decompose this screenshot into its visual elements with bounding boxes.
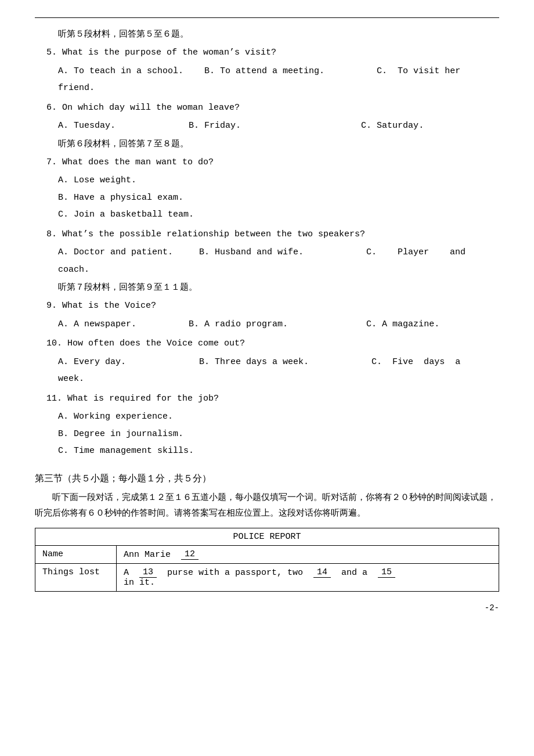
q9-option-a: A. A newspaper.	[58, 317, 189, 332]
q8-option-a: A. Doctor and patient.	[58, 245, 199, 260]
q5-option-c: C. To visit her	[377, 64, 499, 79]
q8-options: A. Doctor and patient. B. Husband and wi…	[58, 245, 499, 260]
q11-options: A. Working experience. B. Degree in jour…	[58, 409, 499, 459]
q5-text: 5. What is the purpose of the woman’s vi…	[46, 45, 499, 60]
q8-text: 8. What’s the possible relationship betw…	[46, 227, 499, 242]
q7-option-a: A. Lose weight.	[58, 173, 499, 188]
question-11: 11. What is required for the job? A. Wor…	[35, 391, 499, 459]
q5-option-b: B. To attend a meeting.	[204, 64, 377, 79]
q6-option-b: B. Friday.	[189, 118, 361, 134]
q10-options: A. Every day. B. Three days a week. C. F…	[58, 355, 499, 370]
page-number: -2-	[35, 603, 499, 613]
question-9: 9. What is the Voice? A. A newspaper. B.…	[35, 298, 499, 332]
q5-option-a: A. To teach in a school.	[58, 64, 204, 79]
blank-13: 13	[139, 567, 157, 578]
table-cell-things-value: A 13 purse with a passport, two 14 and a…	[117, 563, 499, 591]
q9-options: A. A newspaper. B. A radio program. C. A…	[58, 317, 499, 332]
blank-14: 14	[313, 567, 331, 578]
question-10: 10. How often does the Voice come out? A…	[35, 336, 499, 387]
q6-text: 6. On which day will the woman leave?	[46, 100, 499, 116]
q11-option-c: C. Time management skills.	[58, 444, 499, 459]
table-title: POLICE REPORT	[35, 528, 499, 545]
q9-option-b: B. A radio program.	[189, 317, 366, 332]
question-8: 8. What’s the possible relationship betw…	[35, 227, 499, 278]
q10-text: 10. How often does the Voice come out?	[46, 336, 499, 351]
part3-description: 听下面一段对话，完成第１２至１６五道小题，每小题仅填写一个词。听对话前，你将有２…	[35, 489, 499, 521]
blank-12: 12	[181, 549, 199, 560]
q7-option-c: C. Join a basketball team.	[58, 207, 499, 222]
q11-option-b: B. Degree in journalism.	[58, 427, 499, 442]
table-row-name: Name Ann Marie 12	[35, 545, 499, 563]
q10-option-a: A. Every day.	[58, 355, 199, 370]
q9-option-c: C. A magazine.	[366, 317, 499, 332]
q11-option-a: A. Working experience.	[58, 409, 499, 424]
question-5: 5. What is the purpose of the woman’s vi…	[35, 45, 499, 96]
part3-header: 第三节（共５小题；每小题１分，共５分）	[35, 473, 499, 485]
question-6: 6. On which day will the woman leave? A.…	[35, 100, 499, 134]
q9-text: 9. What is the Voice?	[46, 298, 499, 314]
question-7: 7. What does the man want to do? A. Lose…	[35, 155, 499, 222]
q8-overflow: coach.	[58, 262, 499, 278]
q11-text: 11. What is required for the job?	[46, 391, 499, 406]
section-5-6-instruction: 听第５段材料，回答第５至６题。	[58, 28, 499, 39]
q10-option-c: C. Five days a	[371, 355, 499, 370]
section-7-8-instruction: 听第６段材料，回答第７至８题。	[58, 138, 499, 149]
police-report-table: POLICE REPORT Name Ann Marie 12 Things l…	[35, 528, 499, 592]
q5-options: A. To teach in a school. B. To attend a …	[58, 64, 499, 79]
table-row-things-lost: Things lost A 13 purse with a passport, …	[35, 563, 499, 591]
q10-overflow: week.	[58, 372, 499, 387]
q6-option-a: A. Tuesday.	[58, 118, 189, 134]
q8-option-b: B. Husband and wife.	[199, 245, 366, 260]
q10-option-b: B. Three days a week.	[199, 355, 371, 370]
q5-overflow: friend.	[58, 81, 499, 96]
q7-text: 7. What does the man want to do?	[46, 155, 499, 170]
table-cell-name-label: Name	[35, 545, 117, 563]
q6-option-c: C. Saturday.	[361, 118, 499, 134]
blank-15: 15	[378, 567, 395, 578]
table-cell-things-label: Things lost	[35, 563, 117, 591]
top-line	[35, 17, 499, 18]
q8-option-c: C. Player and	[366, 245, 499, 260]
q6-options: A. Tuesday. B. Friday. C. Saturday.	[58, 118, 499, 134]
section-9-11-instruction: 听第７段材料，回答第９至１１题。	[58, 282, 499, 293]
table-cell-name-value: Ann Marie 12	[117, 545, 499, 563]
q7-options: A. Lose weight. B. Have a physical exam.…	[58, 173, 499, 222]
q7-option-b: B. Have a physical exam.	[58, 190, 499, 206]
